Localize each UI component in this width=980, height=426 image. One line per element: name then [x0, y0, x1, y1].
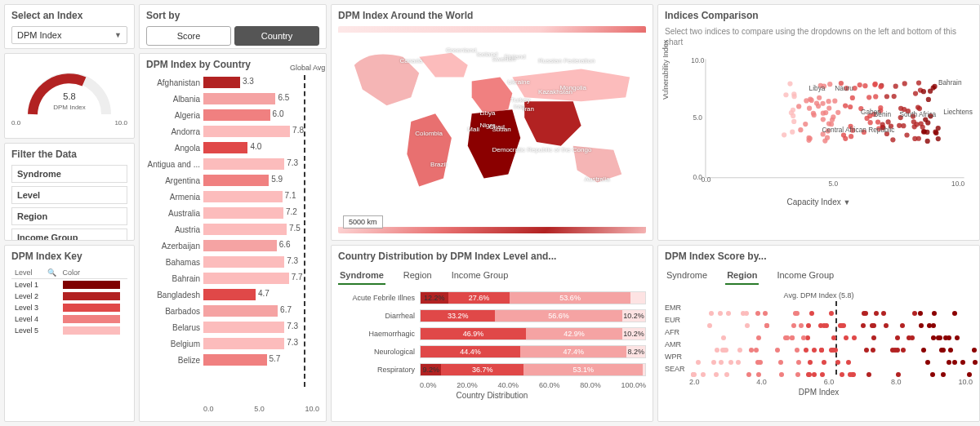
sort-panel: Sort by Score Country	[139, 4, 327, 49]
region-label: AMR	[665, 340, 689, 348]
scatter-dot	[789, 110, 794, 115]
scatter-dot	[798, 127, 803, 132]
region-label: SEAR	[665, 365, 689, 373]
tab-syndrome[interactable]: Syndrome	[665, 267, 709, 285]
bar-row[interactable]: Antigua and ... 7.3	[146, 157, 314, 171]
sort-country-button[interactable]: Country	[234, 26, 319, 46]
strip-dot	[846, 360, 851, 365]
bar-row[interactable]: Armenia 7.1	[146, 189, 314, 204]
bar-fill: 6.7	[203, 305, 278, 317]
bar-fill: 6.0	[203, 109, 270, 121]
stacked-label: Respiratory	[338, 366, 420, 374]
scatter-dot	[936, 136, 941, 141]
bar-row[interactable]: Bahrain 7.7	[146, 271, 314, 286]
sort-score-button[interactable]: Score	[146, 26, 231, 46]
country-bar-chart[interactable]: Afghanistan 3.3Albania 6.5Algeria 6.0And…	[146, 75, 319, 387]
compare-scatter[interactable]: LibyaNauruBahrainGabonBeninLiechtenstein…	[684, 51, 973, 195]
strip-dot	[871, 335, 876, 340]
bar-value: 7.2	[286, 207, 297, 216]
region-row[interactable]: EMR	[665, 301, 973, 313]
strip-dot	[715, 348, 719, 353]
strip-dot	[758, 360, 763, 365]
strip-dot	[884, 323, 889, 328]
bar-row[interactable]: Belize 5.7	[146, 353, 314, 367]
scatter-dot	[875, 119, 880, 124]
distribution-panel: Country Distribution by DPM Index Level …	[331, 245, 653, 422]
scatter-dot	[878, 84, 883, 89]
bar-row[interactable]: Belgium 7.3	[146, 336, 314, 351]
segment: 27.6%	[448, 292, 510, 304]
strip-dot	[943, 335, 948, 340]
bar-row[interactable]: Bangladesh 4.7	[146, 287, 314, 302]
bar-label: Andorra	[146, 127, 203, 136]
strip-dot	[790, 335, 795, 340]
segment: 8.2%	[626, 346, 645, 357]
bar-row[interactable]: Australia 7.2	[146, 206, 314, 220]
bar-value: 7.5	[289, 224, 301, 233]
tab-income-group[interactable]: Income Group	[775, 267, 835, 285]
bar-row[interactable]: Algeria 6.0	[146, 108, 314, 122]
map-country-label: Greenland	[446, 47, 476, 54]
strip-dot	[896, 372, 901, 377]
tab-region[interactable]: Region	[725, 267, 759, 285]
avg-label: Global Avg (5.8)	[290, 64, 327, 72]
strip-dot	[812, 372, 817, 377]
bar-row[interactable]: Bahamas 7.3	[146, 255, 314, 269]
filter-region[interactable]: Region	[11, 207, 127, 225]
index-dropdown[interactable]: DPM Index ▼	[11, 26, 127, 44]
stacked-row[interactable]: Diarrheal33.2%56.6%10.2%	[338, 309, 646, 322]
strip-dot	[728, 360, 733, 365]
stacked-row[interactable]: Haemorrhagic46.9%42.9%10.2%	[338, 327, 646, 340]
filter-syndrome[interactable]: Syndrome	[11, 165, 127, 183]
segment: 42.9%	[526, 328, 622, 339]
stacked-row[interactable]: Acute Febrile Illnes12.2%27.6%53.6%	[338, 291, 646, 304]
compare-title: Indices Comparison	[665, 10, 973, 21]
strip-dot	[931, 323, 936, 328]
bar-row[interactable]: Angola 4.0	[146, 140, 314, 155]
bar-row[interactable]: Belarus 7.3	[146, 320, 314, 335]
bar-row[interactable]: Albania 6.5	[146, 91, 314, 106]
stacked-row[interactable]: Neurological44.4%47.4%8.2%	[338, 345, 646, 358]
scatter-dot	[913, 91, 918, 95]
world-map[interactable]: CanadaGreenlandIcelandSwedenFinlandRussi…	[338, 26, 646, 233]
tab-syndrome[interactable]: Syndrome	[338, 267, 385, 285]
strip-dot	[948, 348, 953, 353]
strip-dot	[901, 348, 906, 353]
strip-dot	[941, 348, 946, 353]
bar-row[interactable]: Barbados 6.7	[146, 304, 314, 318]
tab-income-group[interactable]: Income Group	[450, 267, 510, 285]
strip-dot	[696, 360, 701, 365]
bar-fill: 5.7	[203, 354, 267, 366]
map-panel: DPM Index Around the World CanadaGreenla…	[331, 4, 653, 241]
region-row[interactable]: WPR	[665, 350, 973, 362]
chevron-down-icon[interactable]: ▼	[844, 198, 851, 206]
strip-dot	[806, 323, 811, 328]
scatter-dot	[807, 106, 812, 111]
bar-row[interactable]: Austria 7.5	[146, 222, 314, 237]
bar-fill: 4.7	[203, 289, 256, 300]
strip-dot	[775, 348, 780, 353]
tab-region[interactable]: Region	[402, 267, 434, 285]
color-swatch	[63, 326, 120, 335]
strip-dot	[973, 360, 978, 365]
filter-level[interactable]: Level	[11, 186, 127, 204]
stacked-row[interactable]: Respiratory9.2%36.7%53.1%	[338, 363, 646, 376]
filter-income-group[interactable]: Income Group	[11, 229, 127, 241]
strip-dot	[932, 311, 937, 316]
strip-dot	[714, 372, 719, 377]
bar-row[interactable]: Afghanistan 3.3	[146, 75, 314, 90]
bar-fill: 7.8	[203, 126, 290, 137]
svg-text:10.0: 10.0	[951, 180, 965, 188]
strip-dot	[863, 311, 868, 316]
region-row[interactable]: AMR	[665, 338, 973, 350]
strip-dot	[754, 348, 759, 353]
bar-row[interactable]: Azerbaijan 6.6	[146, 238, 314, 253]
key-title: DPM Index Key	[11, 251, 127, 262]
bar-row[interactable]: Andorra 7.8	[146, 124, 314, 139]
strip-dot	[866, 372, 871, 377]
region-tabs: SyndromeRegionIncome Group	[665, 267, 973, 285]
region-panel: DPM Index Score by... SyndromeRegionInco…	[657, 245, 980, 422]
strip-dot	[804, 348, 808, 353]
search-icon[interactable]: 🔍	[44, 267, 60, 279]
bar-row[interactable]: Argentina 5.9	[146, 173, 314, 188]
